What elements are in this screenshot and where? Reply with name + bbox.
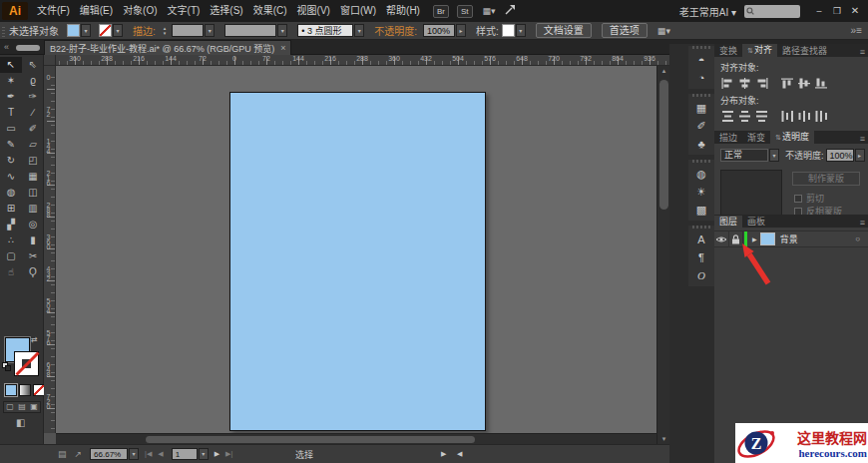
color-guide-panel-icon[interactable]: ◔: [688, 69, 714, 87]
toolbar-grip-pill[interactable]: [16, 45, 40, 51]
free-transform-tool[interactable]: ▦: [22, 169, 44, 185]
cc-libraries-panel-icon[interactable]: ◍: [688, 165, 714, 183]
layer-target-icon[interactable]: ○: [855, 234, 860, 243]
fill-color-dropdown[interactable]: ▾: [81, 24, 91, 37]
vertical-scroll-thumb[interactable]: [659, 80, 668, 210]
shape-builder-tool[interactable]: ◍: [0, 185, 22, 201]
distribute-vertical-center-button[interactable]: [736, 109, 753, 123]
opacity-label[interactable]: 不透明度:: [374, 23, 417, 38]
layer-name[interactable]: 背景: [780, 232, 798, 245]
distribute-horizontal-left-button[interactable]: [779, 109, 796, 123]
status-right-arrow-icon[interactable]: ▶: [441, 450, 446, 458]
width-tool[interactable]: ∿: [0, 169, 22, 185]
brush-definition-dropdown[interactable]: ▾: [354, 24, 364, 37]
screen-mode-button[interactable]: ◧: [16, 417, 25, 428]
close-button[interactable]: ✕: [846, 3, 864, 19]
blend-mode-select[interactable]: 正常: [720, 149, 768, 162]
panel-menu-icon[interactable]: ≡: [857, 218, 868, 228]
stroke-weight-label[interactable]: 描边:: [133, 23, 156, 38]
pen-tool[interactable]: ✒: [0, 89, 22, 105]
stroke-color-dropdown[interactable]: ▾: [113, 24, 123, 37]
draw-inside-button[interactable]: ▣: [30, 402, 38, 412]
menu-item-9[interactable]: 帮助(H): [383, 0, 423, 22]
status-export-icon[interactable]: ↗: [75, 449, 83, 459]
scale-tool[interactable]: ◰: [22, 153, 44, 169]
gpu-performance-icon[interactable]: [504, 2, 516, 20]
direct-selection-tool[interactable]: ⇖: [22, 57, 44, 73]
opacity-dropdown[interactable]: ▸: [456, 24, 466, 37]
menu-item-4[interactable]: 文字(T): [165, 0, 204, 22]
blend-tool[interactable]: ◎: [22, 217, 44, 232]
panel-group-grip[interactable]: [692, 46, 710, 49]
menu-item-3[interactable]: 对象(O): [120, 0, 160, 22]
brush-variable-width-dropdown[interactable]: ▾: [277, 24, 287, 37]
eyedropper-tool[interactable]: ▞: [0, 217, 22, 232]
brushes-panel-icon[interactable]: ✐: [688, 117, 714, 135]
panel-group-grip[interactable]: [692, 226, 710, 229]
align-vertical-bottom-button[interactable]: [813, 76, 830, 90]
next-artboard-button[interactable]: ▶: [215, 450, 219, 458]
canvas-area[interactable]: [56, 66, 656, 433]
line-segment-tool[interactable]: ∕: [22, 105, 44, 121]
brush-definition-field[interactable]: • 3 点圆形: [297, 24, 353, 37]
collapse-toolbar-icon[interactable]: «: [4, 40, 9, 55]
make-mask-button[interactable]: 制作蒙版: [792, 172, 860, 186]
distribute-horizontal-right-button[interactable]: [813, 109, 830, 123]
blend-mode-dropdown[interactable]: ▾: [769, 149, 779, 162]
brush-variable-width-field[interactable]: [224, 24, 276, 37]
image-trace-panel-icon[interactable]: ▩: [688, 201, 714, 219]
stock-button[interactable]: St: [457, 5, 473, 18]
character-panel-icon[interactable]: A: [688, 231, 714, 248]
menu-item-5[interactable]: 选择(S): [207, 0, 245, 22]
minimize-button[interactable]: –: [810, 3, 828, 19]
vertical-scrollbar[interactable]: ▴ ▾: [656, 66, 669, 444]
tab-artboards[interactable]: 画板: [742, 216, 770, 228]
opentype-panel-icon[interactable]: O: [688, 266, 714, 284]
panel-group-grip[interactable]: [692, 94, 710, 97]
selection-tool[interactable]: ↖: [0, 57, 22, 73]
panel-group-grip[interactable]: [692, 160, 710, 163]
opacity-field[interactable]: 100%: [423, 24, 455, 37]
arrange-documents-icon[interactable]: ▦▾: [483, 6, 496, 16]
hand-tool[interactable]: ☝: [0, 264, 22, 280]
gradient-mode-button[interactable]: [19, 384, 31, 396]
distribute-vertical-bottom-button[interactable]: [753, 109, 770, 123]
pencil-tool[interactable]: ✎: [0, 137, 22, 153]
zoom-level-field[interactable]: 66.67%: [90, 448, 128, 460]
first-artboard-button[interactable]: |◀: [145, 450, 152, 458]
panel-opacity-field[interactable]: 100%: [826, 149, 854, 162]
swap-fill-stroke-icon[interactable]: ⇄: [31, 335, 38, 344]
clip-checkbox[interactable]: [794, 195, 802, 203]
stroke-weight-field[interactable]: [172, 24, 204, 37]
style-dropdown[interactable]: ▾: [516, 24, 526, 37]
panel-menu-icon[interactable]: ≡: [857, 134, 868, 144]
stroke-swatch[interactable]: [14, 351, 39, 376]
style-swatch[interactable]: [502, 24, 515, 37]
draw-behind-button[interactable]: ▤: [18, 402, 26, 412]
panel-menu-icon[interactable]: ≡: [857, 47, 868, 57]
gradient-tool[interactable]: ▥: [22, 201, 44, 217]
symbols-panel-icon[interactable]: ♣: [688, 135, 714, 153]
menu-item-7[interactable]: 视图(V): [294, 0, 333, 22]
artboard-number-field[interactable]: 1: [172, 448, 198, 460]
distribute-horizontal-center-button[interactable]: [796, 109, 813, 123]
document-setup-button[interactable]: 文档设置: [536, 23, 592, 38]
status-grid-icon[interactable]: ▤: [58, 449, 67, 459]
align-vertical-top-button[interactable]: [779, 76, 796, 90]
horizontal-scrollbar[interactable]: [56, 433, 656, 444]
control-extra-icon[interactable]: ▦▾: [657, 26, 670, 36]
distribute-vertical-top-button[interactable]: [719, 109, 736, 123]
draw-normal-button[interactable]: ▢: [6, 402, 14, 412]
last-artboard-button[interactable]: ▶|: [225, 450, 232, 458]
close-tab-icon[interactable]: ×: [280, 43, 285, 53]
rotate-tool[interactable]: ↻: [0, 153, 22, 169]
menu-item-8[interactable]: 窗口(W): [337, 0, 379, 22]
stepper-down-icon[interactable]: ▾: [164, 31, 167, 36]
type-tool[interactable]: T: [0, 105, 22, 121]
perspective-grid-tool[interactable]: ◫: [22, 185, 44, 201]
stroke-weight-dropdown[interactable]: ▾: [205, 24, 215, 37]
slice-tool[interactable]: ✂: [22, 248, 44, 264]
rectangle-tool[interactable]: ▭: [0, 121, 22, 137]
tab-gradient[interactable]: 渐变: [742, 132, 770, 144]
tab-transparency[interactable]: ⇅透明度: [770, 131, 814, 144]
